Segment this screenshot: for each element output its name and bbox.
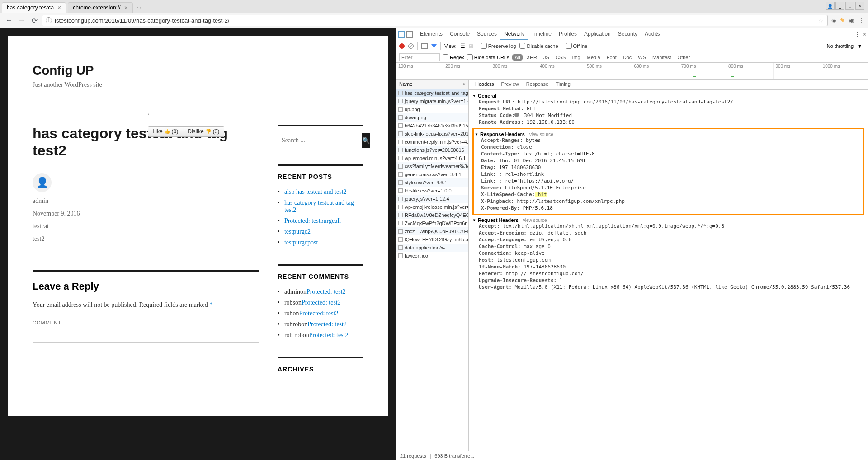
disable-cache-checkbox[interactable]: Disable cache <box>519 43 558 49</box>
checkbox[interactable] <box>398 197 403 201</box>
tab-1[interactable]: chrome-extension://× <box>68 2 133 13</box>
category[interactable]: testcat <box>33 223 80 230</box>
checkbox[interactable] <box>398 164 403 169</box>
view-source-link[interactable]: view source <box>523 218 547 223</box>
request-item[interactable]: genericons.css?ver=3.4.1 <box>396 170 468 178</box>
regex-checkbox[interactable]: Regex <box>443 54 464 60</box>
filter-media[interactable]: Media <box>584 54 603 61</box>
devtools-tab-network[interactable]: Network <box>500 29 528 40</box>
preserve-log-checkbox[interactable]: Preserve log <box>481 43 516 49</box>
offline-checkbox[interactable]: Offline <box>566 43 588 49</box>
checkbox[interactable] <box>398 188 403 193</box>
checkbox[interactable] <box>398 140 403 144</box>
filter-xhr[interactable]: XHR <box>524 54 540 61</box>
request-item[interactable]: up.png <box>396 105 468 113</box>
filter-all[interactable]: All <box>512 54 523 61</box>
checkbox[interactable] <box>398 229 403 234</box>
view-source-link[interactable]: view source <box>529 132 553 137</box>
devtools-tab-audits[interactable]: Audits <box>641 29 663 40</box>
request-item[interactable]: ldc-lite.css?ver=1.0.0 <box>396 187 468 195</box>
filter-icon[interactable] <box>431 44 437 48</box>
clear-button[interactable] <box>408 43 414 49</box>
request-item[interactable]: data:application/x-... <box>396 244 468 252</box>
capture-icon[interactable] <box>421 43 428 49</box>
new-tab-button[interactable]: ▱ <box>133 2 145 13</box>
hide-data-checkbox[interactable]: Hide data URLs <box>467 54 509 60</box>
filter-doc[interactable]: Doc <box>620 54 635 61</box>
request-headers-section[interactable]: Request Headersview source <box>472 217 864 223</box>
devtools-tab-elements[interactable]: Elements <box>416 29 446 40</box>
request-item[interactable]: skip-link-focus-fix.js?ver=20160... <box>396 130 468 138</box>
minimize-button[interactable]: _ <box>835 2 844 10</box>
filter-input[interactable] <box>399 53 440 61</box>
view-grid-icon[interactable]: ⊞ <box>469 43 473 49</box>
user-icon[interactable]: 👤 <box>826 2 835 10</box>
checkbox[interactable] <box>398 107 403 112</box>
close-icon[interactable]: × <box>124 5 128 11</box>
checkbox[interactable] <box>398 172 403 177</box>
checkbox[interactable] <box>398 156 403 160</box>
request-item[interactable]: RFda8w1V0eDZheqfcyQ4EOgd... <box>396 211 468 219</box>
request-item[interactable]: comment-reply.min.js?ver=4.6.1 <box>396 138 468 146</box>
checkbox[interactable] <box>398 253 403 258</box>
tag[interactable]: test2 <box>33 235 80 243</box>
detail-tab-preview[interactable]: Preview <box>498 80 523 89</box>
request-item[interactable]: jquery.js?ver=1.12.4 <box>396 195 468 203</box>
checkbox[interactable] <box>398 180 403 185</box>
request-item[interactable]: favicon.ico <box>396 252 468 260</box>
checkbox[interactable] <box>398 205 403 209</box>
filter-other[interactable]: Other <box>675 54 693 61</box>
reload-button[interactable]: ⟳ <box>29 15 40 26</box>
close-icon[interactable]: × <box>863 31 866 38</box>
search-button[interactable]: 🔍 <box>362 133 370 148</box>
detail-tab-response[interactable]: Response <box>523 80 552 89</box>
checkbox[interactable] <box>398 221 403 225</box>
tab-0[interactable]: has category testca× <box>2 2 66 13</box>
comment-link[interactable]: Protected: test2 <box>309 332 349 339</box>
close-button[interactable]: × <box>855 2 864 10</box>
close-icon[interactable]: × <box>463 81 466 87</box>
filter-font[interactable]: Font <box>604 54 619 61</box>
request-item[interactable]: jquery-migrate.min.js?ver=1.4.1 <box>396 97 468 105</box>
filter-js[interactable]: JS <box>541 54 552 61</box>
checkbox[interactable] <box>398 237 403 242</box>
post-link[interactable]: testpurgepost <box>284 239 318 246</box>
checkbox[interactable] <box>398 245 403 250</box>
checkbox[interactable] <box>398 123 403 128</box>
devtools-tab-timeline[interactable]: Timeline <box>528 29 555 40</box>
post-link[interactable]: has category testcat and tag test2 <box>284 199 363 214</box>
filter-ws[interactable]: WS <box>635 54 649 61</box>
response-headers-section[interactable]: Response Headersview source <box>475 131 862 137</box>
like-button[interactable]: Like👍(0) <box>148 126 184 137</box>
view-list-icon[interactable]: ☰ <box>460 43 465 49</box>
request-item[interactable]: wp-embed.min.js?ver=4.6.1 <box>396 154 468 162</box>
timeline[interactable]: 100 ms200 ms300 ms400 ms500 ms600 ms700 … <box>396 63 868 79</box>
device-icon[interactable] <box>406 31 413 38</box>
record-button[interactable] <box>399 43 405 49</box>
checkbox[interactable] <box>398 131 403 136</box>
devtools-tab-console[interactable]: Console <box>446 29 473 40</box>
request-item[interactable]: wp-emoji-release.min.js?ver=4.6.1 <box>396 203 468 211</box>
devtools-tab-sources[interactable]: Sources <box>473 29 500 40</box>
request-item[interactable]: down.png <box>396 113 468 122</box>
dislike-button[interactable]: Dislike👎(0) <box>183 126 224 137</box>
post-link[interactable]: Protected: testpurgeall <box>284 217 341 225</box>
detail-tab-headers[interactable]: Headers <box>472 80 498 89</box>
checkbox[interactable] <box>398 115 403 120</box>
url-input[interactable]: ilstestconfigup.com/2016/11/09/has-categ… <box>42 15 828 26</box>
request-item[interactable]: style.css?ver=4.6.1 <box>396 178 468 187</box>
checkbox[interactable] <box>398 91 403 95</box>
filter-css[interactable]: CSS <box>553 54 569 61</box>
checkbox[interactable] <box>398 99 403 103</box>
devtools-tab-profiles[interactable]: Profiles <box>555 29 580 40</box>
checkbox[interactable] <box>398 213 403 217</box>
ext-icon[interactable]: ◈ <box>831 17 836 24</box>
request-item[interactable]: functions.js?ver=20160816 <box>396 146 468 154</box>
filter-manifest[interactable]: Manifest <box>650 54 674 61</box>
ext-icon[interactable]: ✎ <box>840 17 845 24</box>
close-icon[interactable]: × <box>57 5 61 11</box>
comment-link[interactable]: Protected: test2 <box>307 288 346 296</box>
request-item[interactable]: zhcz-_WihjSQC0oHJ9TCYPk_vA... <box>396 227 468 235</box>
site-title[interactable]: Config UP <box>33 63 363 78</box>
request-item[interactable]: b642b4217b34b1e8d3bd915fc65... <box>396 122 468 130</box>
